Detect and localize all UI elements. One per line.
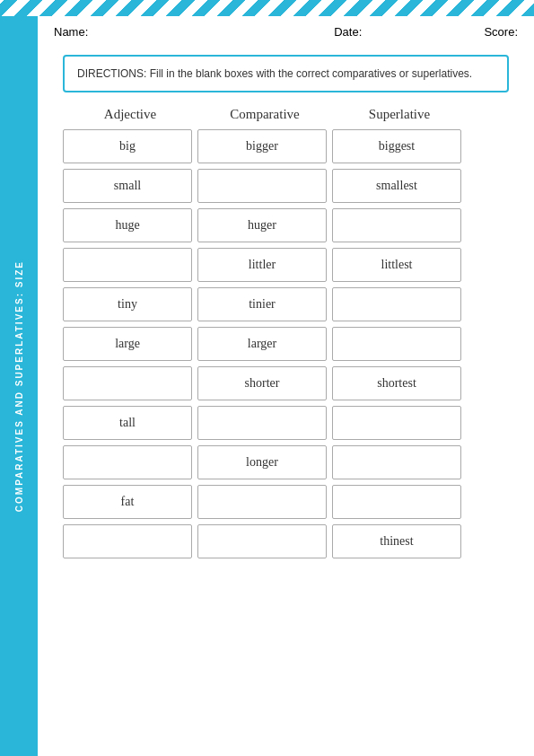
cell-row8-col2[interactable]	[332, 445, 461, 479]
cell-row9-col0: fat	[63, 485, 192, 519]
directions-box: DIRECTIONS: Fill in the blank boxes with…	[63, 55, 509, 92]
table-row: bigbiggerbiggest	[63, 129, 509, 163]
cell-row4-col0: tiny	[63, 287, 192, 321]
sidebar: COMPARATIVES AND SUPERLATIVES: SIZE	[0, 16, 38, 756]
name-label: Name:	[54, 25, 250, 39]
cell-row3-col1: littler	[197, 248, 327, 282]
cell-row5-col0: large	[63, 327, 192, 361]
col-header-adjective: Adjective	[63, 107, 197, 122]
header-row: Name: Date: Score:	[54, 16, 518, 46]
cell-row0-col2: biggest	[332, 129, 461, 163]
sidebar-label: COMPARATIVES AND SUPERLATIVES: SIZE	[14, 260, 24, 512]
cell-row10-col1[interactable]	[197, 524, 327, 558]
cell-row8-col1: longer	[197, 445, 327, 479]
cell-row5-col2[interactable]	[332, 327, 461, 361]
cell-row1-col2: smallest	[332, 169, 461, 203]
cell-row10-col2: thinest	[332, 524, 461, 558]
col-header-superlative: Superlative	[332, 107, 467, 122]
score-label: Score:	[446, 25, 518, 39]
table-row: smallsmallest	[63, 169, 509, 203]
directions-text: DIRECTIONS: Fill in the blank boxes with…	[77, 67, 472, 80]
cell-row2-col1: huger	[197, 208, 327, 242]
answer-table: bigbiggerbiggestsmallsmallesthugehugerli…	[63, 129, 509, 558]
table-row: tall	[63, 406, 509, 440]
table-row: thinest	[63, 524, 509, 558]
cell-row7-col1[interactable]	[197, 406, 327, 440]
cell-row6-col2: shortest	[332, 366, 461, 400]
cell-row2-col2[interactable]	[332, 208, 461, 242]
table-row: largelarger	[63, 327, 509, 361]
table-row: shortershortest	[63, 366, 509, 400]
cell-row7-col2[interactable]	[332, 406, 461, 440]
table-row: tinytinier	[63, 287, 509, 321]
cell-row3-col2: littlest	[332, 248, 461, 282]
column-headers: Adjective Comparative Superlative	[63, 107, 509, 122]
date-label: Date:	[250, 25, 447, 39]
cell-row1-col0: small	[63, 169, 192, 203]
cell-row0-col1: bigger	[197, 129, 327, 163]
cell-row10-col0[interactable]	[63, 524, 192, 558]
table-row: longer	[63, 445, 509, 479]
table-row: hugehuger	[63, 208, 509, 242]
table-row: fat	[63, 485, 509, 519]
cell-row4-col2[interactable]	[332, 287, 461, 321]
cell-row6-col1: shorter	[197, 366, 327, 400]
cell-row1-col1[interactable]	[197, 169, 327, 203]
cell-row9-col2[interactable]	[332, 485, 461, 519]
cell-row6-col0[interactable]	[63, 366, 192, 400]
cell-row0-col0: big	[63, 129, 192, 163]
table-row: littlerlittlest	[63, 248, 509, 282]
cell-row8-col0[interactable]	[63, 445, 192, 479]
stripe-header	[0, 0, 534, 16]
main-content: Name: Date: Score: DIRECTIONS: Fill in t…	[38, 16, 534, 756]
cell-row3-col0[interactable]	[63, 248, 192, 282]
col-header-comparative: Comparative	[197, 107, 332, 122]
cell-row2-col0: huge	[63, 208, 192, 242]
cell-row4-col1: tinier	[197, 287, 327, 321]
cell-row7-col0: tall	[63, 406, 192, 440]
cell-row5-col1: larger	[197, 327, 327, 361]
cell-row9-col1[interactable]	[197, 485, 327, 519]
